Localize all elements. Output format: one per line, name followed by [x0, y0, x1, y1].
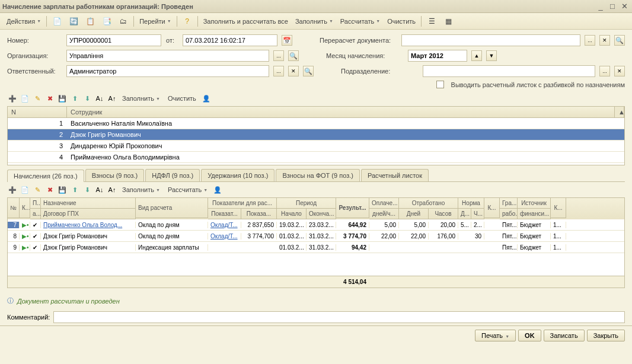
- employee-toolbar: ➕ 📄 ✎ ✖ 💾 ⬆ ⬇ A↓ A↑ Заполнить▼ Очистить …: [7, 92, 625, 106]
- resp-clear-button[interactable]: ✕: [288, 66, 299, 76]
- d-save-button[interactable]: 💾: [57, 184, 68, 195]
- org-label: Организация:: [7, 52, 62, 59]
- recalc-search-button[interactable]: 🔍: [614, 35, 625, 46]
- detail-row[interactable]: 9▶•✔ Дзюк Григір РомановичИндексация зар…: [8, 242, 624, 253]
- calc-menu[interactable]: Рассчитать▼: [337, 16, 383, 27]
- titlebar: Начисление зарплаты работникам организац…: [0, 0, 632, 13]
- d-edit-button[interactable]: ✎: [32, 184, 43, 195]
- tab-ndfl[interactable]: НДФЛ (9 поз.): [145, 169, 200, 181]
- clear-button[interactable]: Очистить: [384, 16, 419, 27]
- person-button[interactable]: 👤: [201, 93, 212, 104]
- add-button[interactable]: ➕: [7, 93, 18, 104]
- detail-body[interactable]: 7▶•✔ Приймаченко Ольга Волод...Оклад по …: [8, 219, 624, 276]
- plus-doc-icon: 📄: [52, 17, 62, 26]
- table-row[interactable]: 3Диндаренко Юрій Прокопович: [8, 141, 624, 152]
- maximize-button[interactable]: □: [607, 2, 618, 11]
- toolbar-icon-4[interactable]: 📑: [99, 15, 114, 28]
- toolbar-icon-2[interactable]: 🔄: [66, 15, 81, 28]
- col-employee[interactable]: Сотрудник: [67, 107, 615, 117]
- tab-contrib[interactable]: Взносы (9 поз.): [85, 169, 145, 181]
- fill-menu[interactable]: Заполнить▼: [292, 16, 336, 27]
- number-input[interactable]: УПР00000001: [66, 34, 161, 46]
- resp-search-button[interactable]: 🔍: [303, 66, 314, 76]
- toolbar-icon-3[interactable]: 📋: [82, 15, 98, 28]
- add-copy-button[interactable]: 📄: [20, 93, 30, 104]
- recalc-select-button[interactable]: ...: [585, 35, 595, 46]
- month-down-button[interactable]: ▼: [486, 50, 497, 61]
- search-icon: 🔍: [615, 37, 624, 44]
- d-person-button[interactable]: 👤: [212, 184, 223, 195]
- employee-grid-body[interactable]: 1Васильченко Наталія Миколаївна 2Дзюк Гр…: [8, 118, 624, 163]
- table-row[interactable]: 1Васильченко Наталія Миколаївна: [8, 118, 624, 129]
- toolbar-icon-1[interactable]: 📄: [49, 15, 65, 28]
- tab-accruals[interactable]: Начисления (26 поз.): [7, 170, 84, 182]
- search-icon: 🔍: [289, 52, 298, 60]
- sub-clear-button[interactable]: Очистить: [165, 93, 199, 104]
- close-button[interactable]: ✕: [619, 2, 630, 11]
- dept-input[interactable]: [423, 65, 595, 77]
- actions-menu[interactable]: Действия▼: [4, 16, 44, 27]
- recalc-clear-button[interactable]: ✕: [599, 35, 610, 46]
- recalc-input[interactable]: [401, 34, 580, 46]
- month-input[interactable]: Март 2012: [408, 50, 467, 62]
- month-up-button[interactable]: ▲: [471, 50, 482, 61]
- org-input[interactable]: Управління: [66, 50, 269, 62]
- split-label: Выводить расчетный листок с разбивкой по…: [451, 81, 625, 88]
- date-input[interactable]: 07.03.2012 16:02:17: [183, 34, 277, 46]
- help-button[interactable]: ?: [180, 15, 195, 28]
- tab-fot[interactable]: Взносы на ФОТ (9 поз.): [276, 169, 360, 181]
- d-add-button[interactable]: ➕: [7, 184, 18, 195]
- d-copy-button[interactable]: 📄: [20, 184, 30, 195]
- comment-input[interactable]: [53, 311, 625, 323]
- d-up-button[interactable]: ⬆: [69, 184, 80, 195]
- info-icon: ⓘ: [7, 296, 14, 305]
- toolbar-icon-6[interactable]: ☰: [424, 15, 439, 28]
- sort-desc-button[interactable]: A↑: [107, 93, 117, 104]
- print-button[interactable]: Печать ▼: [475, 330, 516, 341]
- sort-asc-button[interactable]: A↓: [94, 93, 105, 104]
- toolbar-icon-7[interactable]: ▦: [441, 15, 456, 28]
- split-checkbox[interactable]: [436, 81, 444, 88]
- d-down-button[interactable]: ⬇: [82, 184, 92, 195]
- month-label: Месяц начисления:: [326, 52, 403, 59]
- date-picker-button[interactable]: 📅: [282, 35, 292, 46]
- doc2-icon: 📑: [102, 17, 111, 26]
- detail-tabs: Начисления (26 поз.) Взносы (9 поз.) НДФ…: [7, 169, 625, 182]
- status-line: ⓘ Документ рассчитан и проведен: [0, 293, 632, 309]
- refresh-icon: 🔄: [69, 17, 78, 26]
- d-delete-button[interactable]: ✖: [44, 184, 55, 195]
- d-sort-asc-button[interactable]: A↓: [94, 184, 105, 195]
- detail-row[interactable]: 8▶•✔ Дзюк Григір РомановичОклад по дням …: [8, 231, 624, 242]
- table-row[interactable]: 4Приймаченко Ольга Володимирівна: [8, 152, 624, 163]
- col-n[interactable]: N: [8, 107, 67, 117]
- save-button[interactable]: 💾: [57, 93, 68, 104]
- totals-row: 4 514,04: [8, 276, 624, 288]
- move-up-button[interactable]: ⬆: [69, 93, 80, 104]
- fill-calc-all-button[interactable]: Заполнить и рассчитать все: [200, 16, 291, 27]
- org-select-button[interactable]: ...: [273, 50, 284, 61]
- ok-button[interactable]: OK: [518, 330, 541, 341]
- tab-deduct[interactable]: Удержания (10 поз.): [201, 169, 274, 181]
- d-calc-menu[interactable]: Рассчитать▼: [165, 184, 210, 195]
- tab-payslip[interactable]: Расчетный листок: [361, 169, 429, 181]
- resp-input[interactable]: Администратор: [66, 65, 269, 77]
- scroll-up[interactable]: ▲: [615, 107, 624, 117]
- save-doc-button[interactable]: Записать: [544, 330, 585, 341]
- delete-button[interactable]: ✖: [44, 93, 55, 104]
- minimize-button[interactable]: _: [595, 2, 606, 11]
- detail-row[interactable]: 7▶•✔ Приймаченко Ольга Волод...Оклад по …: [8, 219, 624, 231]
- d-sort-desc-button[interactable]: A↑: [107, 184, 117, 195]
- table-row[interactable]: 2Дзюк Григір Романович: [8, 129, 624, 141]
- move-down-button[interactable]: ⬇: [82, 93, 92, 104]
- toolbar-icon-5[interactable]: 🗂: [116, 15, 131, 28]
- close-doc-button[interactable]: Закрыть: [587, 330, 625, 341]
- dept-clear-button[interactable]: ✕: [614, 66, 625, 76]
- sub-fill-menu[interactable]: Заполнить▼: [119, 93, 163, 104]
- go-menu[interactable]: Перейти▼: [136, 16, 174, 27]
- status-text: Документ рассчитан и проведен: [17, 298, 120, 305]
- dept-select-button[interactable]: ...: [599, 66, 610, 76]
- edit-button[interactable]: ✎: [32, 93, 43, 104]
- org-search-button[interactable]: 🔍: [288, 50, 299, 61]
- d-fill-menu[interactable]: Заполнить▼: [119, 184, 163, 195]
- resp-select-button[interactable]: ...: [273, 66, 284, 76]
